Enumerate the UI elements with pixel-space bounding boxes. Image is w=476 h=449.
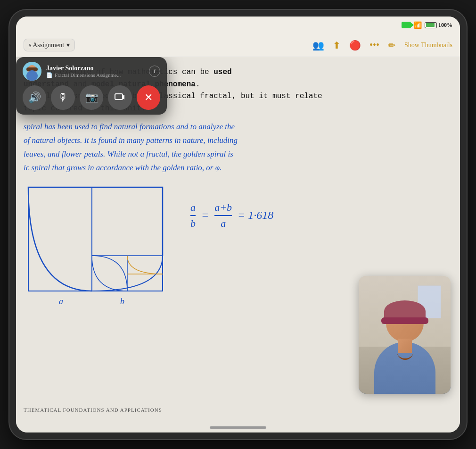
- screen-share-button[interactable]: [108, 85, 131, 110]
- bottom-label: THEMATICAL FOUNDATIONS AND APPLICATIONS: [24, 407, 162, 413]
- camera-active-icon: [402, 22, 411, 28]
- golden-ratio-diagram: a b: [24, 183, 170, 310]
- doc-icon: 📄: [46, 72, 53, 78]
- svg-text:a: a: [59, 297, 63, 306]
- camera-feed: [359, 276, 451, 394]
- edit-icon[interactable]: ✏: [388, 40, 396, 51]
- microphone-button[interactable]: 🎙: [51, 85, 74, 110]
- handwritten-text-block: spiral has been used to find natural for…: [24, 120, 449, 175]
- markup-icon[interactable]: 🔴: [349, 40, 361, 51]
- person-neck: [398, 339, 412, 353]
- svg-text:b: b: [120, 297, 124, 306]
- svg-rect-11: [115, 94, 123, 100]
- typed-bold-used: used: [213, 68, 231, 76]
- home-indicator: [16, 422, 460, 432]
- handwritten-line-4: ic spiral that grows in accordance with …: [24, 161, 449, 175]
- status-bar: 📶 100%: [16, 17, 460, 33]
- handwritten-line-1: spiral has been used to find natural for…: [24, 120, 449, 134]
- fraction-ab: a b: [190, 201, 196, 230]
- end-call-button[interactable]: ✕: [137, 85, 160, 110]
- toolbar: s Assignment ▾ 👥 ⬆ 🔴 ••• ✏ Show Thumbnai…: [16, 33, 460, 57]
- show-thumbnails-button[interactable]: Show Thumbnails: [404, 42, 452, 49]
- share-icon[interactable]: ⬆: [333, 40, 341, 51]
- wifi-icon: 📶: [414, 21, 422, 29]
- facetime-popup: Javier Solorzano 📄 Fractal Dimensions As…: [16, 57, 167, 115]
- facetime-header: Javier Solorzano 📄 Fractal Dimensions As…: [23, 62, 160, 81]
- facetime-doc-info: 📄 Fractal Dimensions Assignme...: [46, 72, 144, 78]
- handwritten-line-3: leaves, and flower petals. While not a f…: [24, 148, 449, 161]
- fraction-aplusb-over-a: a+b a: [214, 201, 232, 230]
- ipad-screen: 📶 100% s Assignment ▾ 👥 ⬆ 🔴: [16, 17, 460, 432]
- formula-display: a b = a+b a = 1·618: [189, 201, 449, 230]
- home-bar: [210, 426, 266, 429]
- collaboration-icon[interactable]: 👥: [312, 40, 324, 51]
- ipad-frame: 📶 100% s Assignment ▾ 👥 ⬆ 🔴: [9, 10, 467, 439]
- speaker-button[interactable]: 🔊: [23, 85, 46, 110]
- battery-icon: 100%: [425, 22, 452, 29]
- camera-button[interactable]: 📷: [80, 85, 103, 110]
- typed-period: .: [196, 80, 200, 89]
- battery-percent: 100%: [438, 22, 452, 29]
- content-area: vide an example of how mathematics can b…: [16, 57, 460, 422]
- facetime-overlay: Javier Solorzano 📄 Fractal Dimensions As…: [16, 57, 167, 115]
- assignment-label: s Assignment: [29, 42, 64, 49]
- person-cap-brim: [381, 317, 428, 324]
- svg-rect-0: [28, 187, 163, 291]
- facetime-user-info: Javier Solorzano 📄 Fractal Dimensions As…: [46, 65, 144, 78]
- chevron-down-icon: ▾: [66, 41, 70, 49]
- formula-area: a b = a+b a = 1·618: [189, 183, 449, 230]
- assignment-badge[interactable]: s Assignment ▾: [24, 39, 75, 51]
- facetime-avatar: [23, 62, 41, 81]
- more-icon[interactable]: •••: [369, 40, 379, 50]
- facetime-user-name: Javier Solorzano: [46, 65, 144, 72]
- facetime-info-button[interactable]: i: [149, 66, 160, 77]
- facetime-doc-name: Fractal Dimensions Assignme...: [55, 72, 121, 78]
- facetime-controls: 🔊 🎙 📷 ✕: [23, 85, 160, 110]
- handwritten-line-2: of natural objects. It is found in many …: [24, 134, 449, 148]
